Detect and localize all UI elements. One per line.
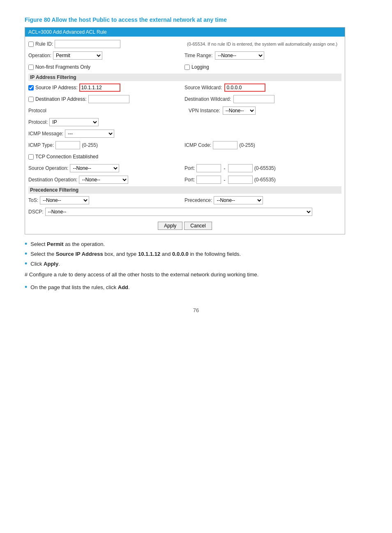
source-port-label: Port:	[184, 165, 195, 171]
page-number: 76	[25, 307, 367, 313]
source-port-range: (0-65535)	[254, 165, 276, 171]
tcp-connection-checkbox[interactable]	[28, 154, 34, 160]
icmp-code-input[interactable]	[213, 141, 238, 149]
time-range-select[interactable]: --None--	[215, 51, 264, 60]
icmp-message-select[interactable]: ---	[65, 130, 114, 138]
figure-title: Figure 80 Allow the host Public to acces…	[25, 16, 367, 23]
vpn-instance-label: VPN Instance:	[189, 108, 220, 114]
dest-wildcard-input[interactable]	[233, 95, 274, 103]
source-ip-checkbox[interactable]	[28, 85, 34, 90]
dest-ip-checkbox-label: Destination IP Address:	[28, 96, 87, 102]
bullet-3-text: Click Apply.	[30, 261, 60, 267]
source-ip-input[interactable]	[79, 83, 120, 92]
tcp-connection-label: TCP Connection Established	[28, 154, 98, 160]
vpn-instance-select[interactable]: --None--	[223, 107, 256, 115]
logging-checkbox[interactable]	[184, 65, 190, 70]
bullet-dot-4: •	[25, 283, 27, 291]
dest-wildcard-label: Destination Wildcard:	[184, 96, 231, 102]
icmp-type-range: (0-255)	[82, 142, 98, 148]
non-first-fragments-checkbox[interactable]	[28, 65, 34, 70]
non-first-fragments-label: Non-first Fragments Only	[28, 64, 90, 70]
source-port-input2[interactable]	[228, 164, 253, 172]
rule-id-input[interactable]	[55, 40, 120, 48]
dest-ip-checkbox[interactable]	[28, 97, 34, 102]
precedence-select[interactable]: --None--	[214, 196, 263, 204]
icmp-code-range: (0-255)	[239, 142, 255, 148]
bullet-list-2: • On the page that lists the rules, clic…	[25, 284, 367, 291]
bullet-4-text: On the page that lists the rules, click …	[30, 284, 129, 290]
acl-panel-header: ACL=3000 Add Advanced ACL Rule	[25, 28, 345, 37]
protocol-select[interactable]: IP	[49, 118, 99, 126]
source-ip-checkbox-label: Source IP Address:	[28, 85, 78, 90]
bullet-4: • On the page that lists the rules, clic…	[25, 284, 367, 291]
protocol-section-left: Protocol	[28, 108, 46, 114]
logging-label: Logging	[184, 64, 209, 70]
source-port-dash: -	[224, 165, 225, 171]
note-line: # Configure a rule to deny access of all…	[25, 271, 367, 278]
time-range-label: Time Range:	[184, 53, 212, 58]
bullet-dot-3: •	[25, 260, 27, 267]
protocol-label: Protocol:	[28, 119, 48, 125]
tos-label: ToS:	[28, 197, 38, 203]
source-port-input1[interactable]	[196, 164, 221, 172]
buttons-row: Apply Cancel	[28, 218, 341, 232]
dest-port-dash: -	[224, 177, 225, 183]
dscp-label: DSCP:	[28, 209, 44, 215]
dest-operation-label: Destination Operation:	[28, 177, 77, 183]
icmp-type-input[interactable]	[55, 141, 80, 149]
source-wildcard-label: Source Wildcard:	[184, 85, 222, 90]
rule-id-label: Rule ID:	[35, 41, 53, 47]
source-operation-label: Source Operation:	[28, 165, 68, 171]
bullet-dot-2: •	[25, 250, 27, 257]
icmp-code-label: ICMP Code:	[184, 142, 211, 148]
dest-port-range: (0-65535)	[254, 177, 276, 183]
operation-label: Operation:	[28, 53, 51, 58]
bullet-list: • Select Permit as the operation. • Sele…	[25, 241, 367, 267]
dest-port-input2[interactable]	[228, 176, 253, 184]
ip-address-section-header: IP Address Filtering	[28, 74, 341, 81]
precedence-section-header: Precedence Filtering	[28, 186, 341, 194]
tos-select[interactable]: --None--	[40, 196, 89, 204]
acl-panel: ACL=3000 Add Advanced ACL Rule Rule ID: …	[25, 27, 345, 234]
icmp-type-label: ICMP Type:	[28, 142, 54, 148]
dscp-select[interactable]: --None--	[45, 208, 312, 216]
bullet-2: • Select the Source IP Address box, and …	[25, 251, 367, 257]
operation-select[interactable]: Permit	[53, 51, 102, 60]
source-operation-select[interactable]: --None--	[70, 164, 119, 172]
precedence-label: Precedence:	[184, 197, 212, 203]
rule-id-note: (0-65534. If no rule ID is entered, the …	[187, 42, 337, 46]
apply-button[interactable]: Apply	[158, 222, 182, 230]
icmp-message-label: ICMP Message:	[28, 131, 63, 137]
bullet-dot-1: •	[25, 240, 27, 248]
dest-port-label: Port:	[184, 177, 195, 183]
dest-port-input1[interactable]	[196, 176, 221, 184]
dest-ip-input[interactable]	[88, 95, 129, 103]
bullet-2-text: Select the Source IP Address box, and ty…	[30, 251, 241, 257]
source-wildcard-input[interactable]	[224, 83, 265, 92]
bullet-1-text: Select Permit as the operation.	[30, 241, 105, 247]
dest-operation-select[interactable]: --None--	[79, 176, 128, 184]
bullet-1: • Select Permit as the operation.	[25, 241, 367, 248]
cancel-button[interactable]: Cancel	[184, 222, 212, 230]
rule-id-checkbox[interactable]	[28, 42, 34, 47]
bullet-3: • Click Apply.	[25, 261, 367, 267]
